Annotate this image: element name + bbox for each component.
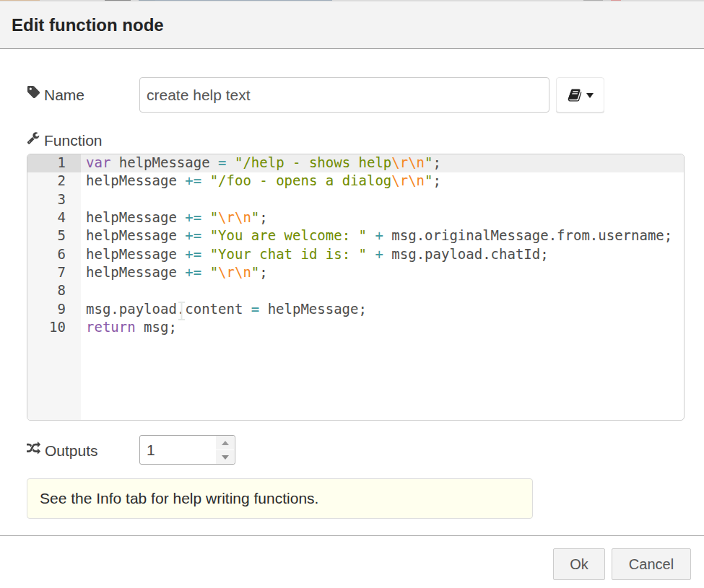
- code-line[interactable]: helpMessage += "Your chat id is: " + msg…: [86, 245, 684, 263]
- editor-line-numbers: 12345678910: [27, 154, 81, 336]
- outputs-value[interactable]: 1: [147, 436, 155, 464]
- book-icon: [568, 88, 582, 102]
- line-number: 4: [27, 209, 81, 227]
- line-number: 2: [27, 172, 81, 190]
- code-line[interactable]: return msg;: [86, 318, 684, 336]
- editor-code-lines[interactable]: var helpMessage = "/help - shows help\r\…: [86, 154, 684, 336]
- tip-text: See the Info tab for help writing functi…: [27, 490, 318, 507]
- line-number: 5: [27, 227, 81, 245]
- dialog-title: Edit function node: [12, 1, 164, 48]
- line-number: 7: [27, 263, 81, 281]
- outputs-label: Outputs: [45, 443, 98, 458]
- line-number: 9: [27, 300, 81, 318]
- outputs-stepper[interactable]: 1: [139, 435, 235, 465]
- spin-down-icon: [222, 455, 229, 460]
- line-number: 1: [27, 154, 81, 172]
- spin-down-button[interactable]: [216, 450, 234, 464]
- footer-divider: [0, 535, 704, 536]
- wrench-icon: [27, 131, 40, 144]
- spin-up-icon: [222, 441, 229, 445]
- ok-button[interactable]: Ok: [553, 548, 605, 580]
- code-line[interactable]: helpMessage += "You are welcome: " + msg…: [86, 227, 684, 245]
- code-editor[interactable]: 12345678910 var helpMessage = "/help - s…: [27, 154, 685, 421]
- name-input[interactable]: [139, 77, 549, 113]
- code-line[interactable]: var helpMessage = "/help - shows help\r\…: [86, 154, 684, 172]
- code-line[interactable]: msg.payload.content = helpMessage;: [86, 300, 684, 318]
- line-number: 3: [27, 190, 81, 209]
- caret-down-icon: [586, 93, 594, 98]
- line-number: 8: [27, 281, 81, 299]
- code-line[interactable]: [86, 281, 684, 299]
- code-line[interactable]: helpMessage += "\r\n";: [86, 263, 684, 281]
- function-label: Function: [44, 133, 103, 148]
- name-label: Name: [44, 87, 84, 102]
- outputs-spinner: [216, 436, 235, 464]
- tag-icon: [27, 85, 40, 99]
- spin-up-button[interactable]: [216, 436, 234, 449]
- text-cursor-ibeam: [177, 302, 186, 320]
- line-number: 6: [27, 245, 81, 263]
- code-line[interactable]: [86, 190, 684, 209]
- line-number: 10: [27, 318, 81, 336]
- dialog-header: Edit function node: [0, 1, 704, 49]
- shuffle-icon: [26, 442, 41, 455]
- code-line[interactable]: helpMessage += "/foo - opens a dialog\r\…: [86, 172, 684, 190]
- tip-box: See the Info tab for help writing functi…: [27, 478, 533, 519]
- code-line[interactable]: helpMessage += "\r\n";: [86, 209, 684, 227]
- library-button[interactable]: [556, 77, 604, 113]
- cancel-button[interactable]: Cancel: [612, 548, 691, 580]
